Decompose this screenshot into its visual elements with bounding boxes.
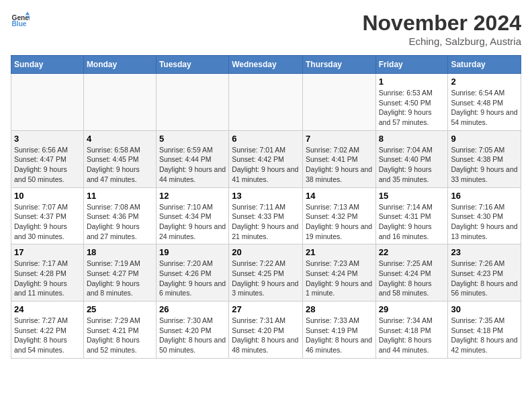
day-detail: Sunrise: 7:30 AM Sunset: 4:20 PM Dayligh… [159, 316, 226, 355]
day-detail: Sunrise: 7:31 AM Sunset: 4:20 PM Dayligh… [232, 316, 300, 355]
calendar-day-cell: 25Sunrise: 7:29 AM Sunset: 4:21 PM Dayli… [83, 302, 156, 359]
calendar-day-cell [229, 74, 303, 131]
weekday-header: Sunday [11, 56, 84, 74]
day-number: 19 [159, 247, 226, 257]
day-number: 18 [87, 247, 153, 257]
day-detail: Sunrise: 7:33 AM Sunset: 4:19 PM Dayligh… [306, 316, 373, 355]
calendar-day-cell: 23Sunrise: 7:26 AM Sunset: 4:23 PM Dayli… [448, 244, 521, 302]
calendar-header-row: SundayMondayTuesdayWednesdayThursdayFrid… [11, 56, 521, 74]
calendar-week-row: 3Sunrise: 6:56 AM Sunset: 4:47 PM Daylig… [11, 130, 521, 187]
calendar-day-cell: 5Sunrise: 6:59 AM Sunset: 4:44 PM Daylig… [156, 130, 228, 187]
calendar-day-cell: 8Sunrise: 7:04 AM Sunset: 4:40 PM Daylig… [375, 130, 448, 187]
calendar-day-cell: 27Sunrise: 7:31 AM Sunset: 4:20 PM Dayli… [229, 302, 303, 359]
day-number: 27 [232, 304, 300, 314]
day-detail: Sunrise: 7:16 AM Sunset: 4:30 PM Dayligh… [451, 202, 518, 242]
weekday-header: Thursday [302, 56, 375, 74]
calendar-day-cell: 12Sunrise: 7:10 AM Sunset: 4:34 PM Dayli… [156, 187, 228, 244]
day-detail: Sunrise: 6:54 AM Sunset: 4:48 PM Dayligh… [451, 88, 518, 128]
calendar-day-cell: 2Sunrise: 6:54 AM Sunset: 4:48 PM Daylig… [448, 74, 521, 131]
day-number: 4 [87, 134, 153, 144]
calendar-week-row: 24Sunrise: 7:27 AM Sunset: 4:22 PM Dayli… [11, 302, 521, 359]
calendar-day-cell [83, 74, 156, 131]
calendar-day-cell: 19Sunrise: 7:20 AM Sunset: 4:26 PM Dayli… [156, 244, 228, 302]
day-detail: Sunrise: 7:27 AM Sunset: 4:22 PM Dayligh… [14, 316, 81, 355]
day-number: 30 [451, 304, 518, 314]
day-detail: Sunrise: 6:59 AM Sunset: 4:44 PM Dayligh… [159, 145, 226, 185]
calendar-day-cell: 21Sunrise: 7:23 AM Sunset: 4:24 PM Dayli… [302, 244, 375, 302]
day-number: 22 [379, 247, 445, 257]
calendar-day-cell: 10Sunrise: 7:07 AM Sunset: 4:37 PM Dayli… [11, 187, 84, 244]
day-number: 7 [306, 134, 373, 144]
day-detail: Sunrise: 7:14 AM Sunset: 4:31 PM Dayligh… [379, 202, 445, 242]
day-detail: Sunrise: 7:22 AM Sunset: 4:25 PM Dayligh… [232, 259, 300, 298]
calendar-day-cell: 9Sunrise: 7:05 AM Sunset: 4:38 PM Daylig… [448, 130, 521, 187]
calendar-day-cell: 14Sunrise: 7:13 AM Sunset: 4:32 PM Dayli… [302, 187, 375, 244]
month-title: November 2024 [362, 11, 521, 36]
day-number: 14 [306, 191, 373, 201]
day-number: 15 [379, 191, 445, 201]
day-number: 26 [159, 304, 226, 314]
day-detail: Sunrise: 7:10 AM Sunset: 4:34 PM Dayligh… [159, 202, 226, 242]
day-detail: Sunrise: 7:08 AM Sunset: 4:36 PM Dayligh… [87, 202, 153, 242]
day-number: 20 [232, 247, 300, 257]
day-detail: Sunrise: 7:04 AM Sunset: 4:40 PM Dayligh… [379, 145, 445, 185]
location: Eching, Salzburg, Austria [362, 36, 521, 47]
calendar-day-cell: 22Sunrise: 7:25 AM Sunset: 4:24 PM Dayli… [375, 244, 448, 302]
weekday-header: Wednesday [229, 56, 303, 74]
calendar-day-cell: 13Sunrise: 7:11 AM Sunset: 4:33 PM Dayli… [229, 187, 303, 244]
day-number: 5 [159, 134, 226, 144]
day-number: 2 [451, 77, 518, 87]
weekday-header: Saturday [448, 56, 521, 74]
calendar-day-cell: 18Sunrise: 7:19 AM Sunset: 4:27 PM Dayli… [83, 244, 156, 302]
calendar-day-cell: 20Sunrise: 7:22 AM Sunset: 4:25 PM Dayli… [229, 244, 303, 302]
day-number: 28 [306, 304, 373, 314]
day-detail: Sunrise: 7:34 AM Sunset: 4:18 PM Dayligh… [379, 316, 445, 355]
day-detail: Sunrise: 7:11 AM Sunset: 4:33 PM Dayligh… [232, 202, 300, 242]
day-number: 21 [306, 247, 373, 257]
calendar-day-cell: 30Sunrise: 7:35 AM Sunset: 4:18 PM Dayli… [448, 302, 521, 359]
calendar-table: SundayMondayTuesdayWednesdayThursdayFrid… [11, 55, 521, 359]
day-detail: Sunrise: 7:23 AM Sunset: 4:24 PM Dayligh… [306, 259, 373, 298]
title-area: November 2024 Eching, Salzburg, Austria [362, 11, 521, 47]
calendar-week-row: 1Sunrise: 6:53 AM Sunset: 4:50 PM Daylig… [11, 74, 521, 131]
day-number: 23 [451, 247, 518, 257]
calendar-day-cell [11, 74, 84, 131]
day-detail: Sunrise: 7:25 AM Sunset: 4:24 PM Dayligh… [379, 259, 445, 298]
day-detail: Sunrise: 6:53 AM Sunset: 4:50 PM Dayligh… [379, 88, 445, 128]
day-detail: Sunrise: 7:17 AM Sunset: 4:28 PM Dayligh… [14, 259, 81, 298]
day-number: 10 [14, 191, 81, 201]
logo: General Blue [11, 11, 30, 30]
calendar-day-cell: 24Sunrise: 7:27 AM Sunset: 4:22 PM Dayli… [11, 302, 84, 359]
day-detail: Sunrise: 7:05 AM Sunset: 4:38 PM Dayligh… [451, 145, 518, 185]
calendar-day-cell: 4Sunrise: 6:58 AM Sunset: 4:45 PM Daylig… [83, 130, 156, 187]
calendar-day-cell: 28Sunrise: 7:33 AM Sunset: 4:19 PM Dayli… [302, 302, 375, 359]
calendar-day-cell: 29Sunrise: 7:34 AM Sunset: 4:18 PM Dayli… [375, 302, 448, 359]
day-number: 3 [14, 134, 81, 144]
day-number: 1 [379, 77, 445, 87]
day-detail: Sunrise: 7:20 AM Sunset: 4:26 PM Dayligh… [159, 259, 226, 298]
calendar-day-cell [302, 74, 375, 131]
svg-marker-2 [26, 12, 30, 15]
day-number: 11 [87, 191, 153, 201]
day-detail: Sunrise: 6:58 AM Sunset: 4:45 PM Dayligh… [87, 145, 153, 185]
day-number: 17 [14, 247, 81, 257]
svg-text:Blue: Blue [12, 20, 27, 28]
calendar-day-cell: 1Sunrise: 6:53 AM Sunset: 4:50 PM Daylig… [375, 74, 448, 131]
day-detail: Sunrise: 7:02 AM Sunset: 4:41 PM Dayligh… [306, 145, 373, 185]
day-number: 24 [14, 304, 81, 314]
day-number: 9 [451, 134, 518, 144]
calendar-week-row: 10Sunrise: 7:07 AM Sunset: 4:37 PM Dayli… [11, 187, 521, 244]
day-number: 25 [87, 304, 153, 314]
calendar-day-cell: 3Sunrise: 6:56 AM Sunset: 4:47 PM Daylig… [11, 130, 84, 187]
day-detail: Sunrise: 7:19 AM Sunset: 4:27 PM Dayligh… [87, 259, 153, 298]
calendar-body: 1Sunrise: 6:53 AM Sunset: 4:50 PM Daylig… [11, 74, 521, 359]
calendar-day-cell: 6Sunrise: 7:01 AM Sunset: 4:42 PM Daylig… [229, 130, 303, 187]
calendar-day-cell: 7Sunrise: 7:02 AM Sunset: 4:41 PM Daylig… [302, 130, 375, 187]
weekday-header: Friday [375, 56, 448, 74]
day-detail: Sunrise: 7:26 AM Sunset: 4:23 PM Dayligh… [451, 259, 518, 298]
calendar-day-cell: 15Sunrise: 7:14 AM Sunset: 4:31 PM Dayli… [375, 187, 448, 244]
weekday-header: Monday [83, 56, 156, 74]
calendar-day-cell: 26Sunrise: 7:30 AM Sunset: 4:20 PM Dayli… [156, 302, 228, 359]
weekday-header: Tuesday [156, 56, 228, 74]
calendar-day-cell: 17Sunrise: 7:17 AM Sunset: 4:28 PM Dayli… [11, 244, 84, 302]
